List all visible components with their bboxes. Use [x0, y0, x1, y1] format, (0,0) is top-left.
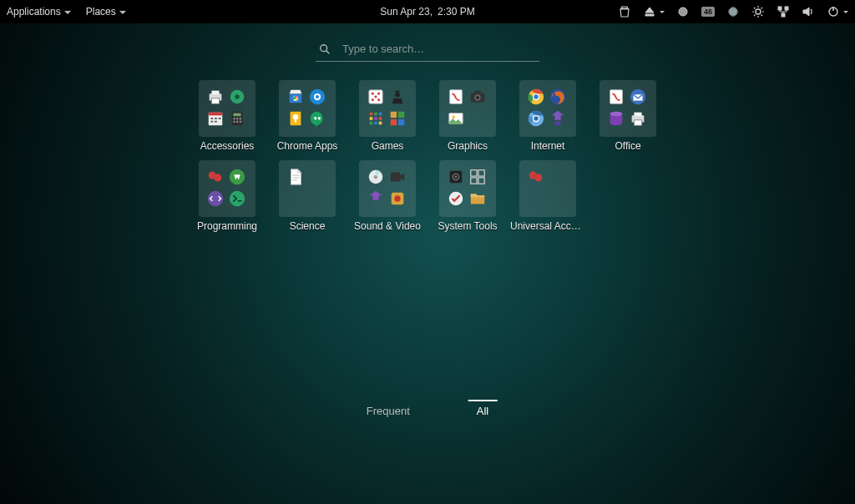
category-science[interactable]: Science: [270, 160, 345, 232]
svg-point-50: [372, 98, 374, 101]
svg-rect-20: [211, 91, 219, 95]
category-games[interactable]: Games: [350, 80, 425, 152]
category-label: Sound & Video: [350, 220, 425, 232]
svg-rect-62: [391, 112, 397, 118]
chevron-down-icon: [119, 11, 126, 14]
search-box[interactable]: [316, 37, 539, 62]
volume-icon[interactable]: [802, 5, 815, 18]
trash-icon[interactable]: [618, 5, 631, 18]
category-office[interactable]: Office: [590, 80, 665, 152]
svg-rect-85: [634, 113, 641, 117]
svg-point-3: [756, 9, 761, 14]
chrome-icon: [525, 86, 547, 108]
svg-line-18: [326, 50, 330, 53]
disk-check-icon: [445, 188, 467, 209]
places-menu[interactable]: Places: [86, 6, 126, 18]
eject-menu[interactable]: [643, 5, 665, 18]
category-universal-access[interactable]: Universal Access: [510, 160, 585, 232]
svg-point-49: [377, 93, 380, 95]
brightness-icon[interactable]: [751, 5, 765, 18]
cd-icon: [365, 166, 387, 188]
category-accessories[interactable]: Accessories: [190, 80, 265, 152]
indicator-icon[interactable]: [676, 5, 690, 18]
clock-time: 2:30 PM: [438, 6, 475, 18]
svg-point-48: [372, 93, 374, 95]
category-label: Science: [270, 220, 345, 232]
chevron-down-icon: [843, 11, 848, 13]
svg-point-17: [321, 44, 327, 51]
boxes-icon: [467, 166, 488, 188]
svg-rect-60: [374, 122, 377, 125]
svg-point-45: [293, 114, 298, 119]
svg-rect-14: [782, 13, 785, 17]
applications-menu-label: Applications: [7, 6, 61, 18]
category-label: Accessories: [190, 140, 265, 152]
ide-icon: [205, 188, 226, 209]
svg-rect-58: [379, 117, 382, 120]
category-internet[interactable]: Internet: [510, 80, 585, 152]
chromium-icon: [525, 108, 547, 129]
svg-rect-32: [233, 113, 240, 117]
svg-rect-61: [379, 122, 382, 125]
svg-rect-34: [236, 118, 238, 119]
folder-icon: [519, 80, 576, 137]
recorder-icon: [387, 188, 408, 209]
applications-menu[interactable]: Applications: [7, 6, 71, 18]
folder-icon: [359, 160, 416, 217]
keep-icon: [285, 108, 306, 129]
svg-rect-36: [233, 121, 235, 123]
hangouts-icon: [306, 108, 328, 129]
search-input[interactable]: [341, 42, 536, 56]
svg-rect-28: [219, 118, 221, 119]
eject-icon: [643, 5, 656, 18]
activities-overview: Accessories Chrome Apps Games: [0, 23, 855, 504]
disk-icon: [226, 86, 248, 108]
svg-rect-30: [215, 121, 217, 123]
chrome-store-icon: [285, 86, 306, 108]
svg-rect-64: [391, 119, 397, 125]
firefox-icon: [547, 86, 569, 108]
svg-rect-26: [211, 118, 214, 119]
network-icon[interactable]: [777, 5, 790, 18]
svg-point-75: [534, 94, 539, 99]
category-programming[interactable]: Programming: [190, 160, 265, 232]
weather-icon[interactable]: [726, 5, 740, 18]
svg-rect-33: [233, 118, 235, 119]
svg-rect-68: [474, 91, 480, 94]
vault-icon: [445, 166, 467, 188]
pdf-icon: [605, 86, 627, 108]
category-sound-video[interactable]: Sound & Video: [350, 160, 425, 232]
category-label: System Tools: [430, 220, 505, 232]
category-system-tools[interactable]: System Tools: [430, 160, 505, 232]
panel-right: 46: [618, 5, 848, 18]
svg-rect-108: [478, 178, 484, 184]
svg-rect-37: [236, 121, 238, 123]
folder-icon: [199, 80, 255, 137]
folder-icon: [439, 160, 496, 217]
terminal-icon: [226, 188, 248, 209]
chevron-down-icon: [64, 11, 71, 14]
category-label: Programming: [190, 220, 265, 232]
file-manager-icon: [467, 188, 488, 209]
category-chrome-apps[interactable]: Chrome Apps: [270, 80, 345, 152]
places-menu-label: Places: [86, 6, 116, 18]
svg-point-83: [610, 112, 623, 117]
clock-date: Sun Apr 23,: [380, 6, 433, 18]
tab-all[interactable]: All: [468, 400, 497, 422]
svg-rect-35: [240, 118, 241, 119]
svg-rect-63: [398, 112, 404, 118]
power-icon: [827, 5, 840, 18]
document-icon: [285, 166, 306, 188]
power-menu[interactable]: [827, 5, 848, 18]
svg-rect-12: [778, 7, 782, 10]
svg-line-89: [208, 171, 210, 173]
category-label: Chrome Apps: [270, 140, 345, 152]
svg-line-10: [754, 15, 756, 17]
svg-rect-56: [370, 117, 373, 120]
calendar-icon: [205, 108, 226, 129]
category-graphics[interactable]: Graphics: [430, 80, 505, 152]
panel-clock[interactable]: Sun Apr 23, 2:30 PM: [380, 6, 474, 18]
svg-line-11: [761, 8, 763, 9]
tab-frequent[interactable]: Frequent: [358, 400, 418, 422]
battery-badge[interactable]: 46: [701, 7, 715, 17]
